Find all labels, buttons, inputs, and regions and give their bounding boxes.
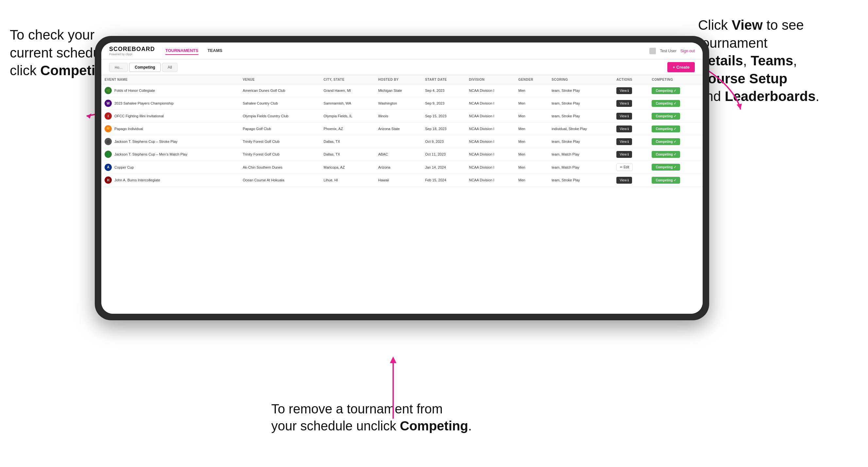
view-button[interactable]: View ℹ [616, 177, 632, 184]
user-icon [649, 48, 656, 54]
view-button[interactable]: View ℹ [616, 125, 632, 132]
cell-start-date: Oct 11, 2023 [422, 148, 466, 161]
event-name-text: Jackson T. Stephens Cup – Stroke Play [114, 139, 178, 144]
cell-city-state: Maricopa, AZ [320, 161, 375, 174]
cell-venue: Ocean Course At Hokuala [240, 174, 320, 187]
cell-division: NCAA Division I [466, 174, 515, 187]
cell-venue: Olympia Fields Country Club [240, 110, 320, 123]
table-row: ⬛Jackson T. Stephens Cup – Stroke PlayTr… [101, 135, 703, 148]
cell-city-state: Grand Haven, MI [320, 84, 375, 97]
brand-sub: Powered by clippi [109, 53, 155, 56]
col-gender: GENDER [515, 75, 548, 84]
col-event-name: EVENT NAME [101, 75, 240, 84]
cell-competing: Competing ✓ [648, 161, 703, 174]
cell-event-name: ACopper Cup [101, 161, 240, 174]
cell-actions: View ℹ [613, 123, 648, 135]
col-hosted-by: HOSTED BY [375, 75, 422, 84]
cell-competing: Competing ✓ [648, 123, 703, 135]
annotation-text-bottom: To remove a tournament fromyour schedule… [271, 402, 472, 433]
tab-group: Ho... Competing All [109, 63, 178, 72]
cell-scoring: team, Stroke Play [548, 97, 613, 110]
cell-scoring: individual, Stroke Play [548, 123, 613, 135]
view-button[interactable]: View ℹ [616, 151, 632, 158]
tab-competing[interactable]: Competing [129, 63, 161, 72]
cell-venue: Trinity Forest Golf Club [240, 135, 320, 148]
app-header: SCOREBOARD Powered by clippi TOURNAMENTS… [101, 42, 703, 60]
cell-start-date: Sep 15, 2023 [422, 110, 466, 123]
cell-competing: Competing ✓ [648, 148, 703, 161]
tab-all[interactable]: All [162, 63, 178, 72]
nav-tournaments[interactable]: TOURNAMENTS [165, 47, 198, 55]
annotation-text-right: Click View to seetournamentDetails, Team… [698, 17, 819, 104]
cell-competing: Competing ✓ [648, 135, 703, 148]
cell-gender: Men [515, 110, 548, 123]
cell-division: NCAA Division I [466, 97, 515, 110]
cell-competing: Competing ✓ [648, 110, 703, 123]
cell-city-state: Dallas, TX [320, 135, 375, 148]
cell-gender: Men [515, 97, 548, 110]
header-right: Test User Sign out [649, 48, 695, 54]
cell-venue: Trinity Forest Golf Club [240, 148, 320, 161]
col-actions: ACTIONS [613, 75, 648, 84]
cell-division: NCAA Division I [466, 123, 515, 135]
table-row: HJohn A. Burns IntercollegiateOcean Cour… [101, 174, 703, 187]
cell-venue: Papago Golf Club [240, 123, 320, 135]
tablet-screen: SCOREBOARD Powered by clippi TOURNAMENTS… [101, 42, 703, 314]
edit-button[interactable]: ✏ Edit [616, 163, 633, 171]
event-name-text: John A. Burns Intercollegiate [114, 178, 160, 182]
brand-title: SCOREBOARD [109, 46, 155, 53]
table-row: 🏆Papago IndividualPapago Golf ClubPhoeni… [101, 123, 703, 135]
tab-home[interactable]: Ho... [109, 63, 128, 72]
event-name-text: Copper Cup [114, 165, 134, 169]
table-row: 🌲Jackson T. Stephens Cup – Men's Match P… [101, 148, 703, 161]
competing-button[interactable]: Competing ✓ [652, 113, 680, 120]
nav-teams[interactable]: TEAMS [208, 47, 222, 55]
cell-hosted-by [375, 135, 422, 148]
cell-hosted-by: Michigan State [375, 84, 422, 97]
cell-competing: Competing ✓ [648, 84, 703, 97]
view-button[interactable]: View ℹ [616, 113, 632, 120]
competing-button[interactable]: Competing ✓ [652, 177, 680, 184]
competing-button[interactable]: Competing ✓ [652, 138, 680, 145]
cell-start-date: Feb 15, 2024 [422, 174, 466, 187]
view-button[interactable]: View ℹ [616, 138, 632, 145]
col-city-state: CITY, STATE [320, 75, 375, 84]
cell-scoring: team, Stroke Play [548, 84, 613, 97]
cell-start-date: Jan 14, 2024 [422, 161, 466, 174]
signout-link[interactable]: Sign out [680, 49, 695, 53]
competing-button[interactable]: Competing ✓ [652, 87, 680, 94]
cell-venue: Ak-Chin Southern Dunes [240, 161, 320, 174]
cell-hosted-by: ABAC [375, 148, 422, 161]
table-header-row: EVENT NAME VENUE CITY, STATE HOSTED BY S… [101, 75, 703, 84]
competing-button[interactable]: Competing ✓ [652, 125, 680, 132]
cell-competing: Competing ✓ [648, 174, 703, 187]
cell-hosted-by: Washington [375, 97, 422, 110]
cell-gender: Men [515, 148, 548, 161]
event-name-text: 2023 Sahalee Players Championship [114, 101, 174, 105]
cell-venue: Sahalee Country Club [240, 97, 320, 110]
cell-actions: ✏ Edit [613, 161, 648, 174]
event-name-text: OFCC Fighting Illini Invitational [114, 114, 164, 118]
user-name: Test User [660, 49, 677, 53]
cell-start-date: Sep 4, 2023 [422, 84, 466, 97]
create-button[interactable]: + Create [667, 62, 695, 72]
cell-start-date: Sep 9, 2023 [422, 97, 466, 110]
competing-button[interactable]: Competing ✓ [652, 151, 680, 158]
competing-button[interactable]: Competing ✓ [652, 164, 680, 170]
col-venue: VENUE [240, 75, 320, 84]
cell-start-date: Sep 18, 2023 [422, 123, 466, 135]
scoreboard-brand: SCOREBOARD Powered by clippi [109, 46, 155, 56]
competing-button[interactable]: Competing ✓ [652, 100, 680, 107]
cell-gender: Men [515, 161, 548, 174]
cell-venue: American Dunes Golf Club [240, 84, 320, 97]
cell-actions: View ℹ [613, 148, 648, 161]
cell-division: NCAA Division I [466, 84, 515, 97]
cell-actions: View ℹ [613, 110, 648, 123]
view-button[interactable]: View ℹ [616, 100, 632, 107]
cell-event-name: HJohn A. Burns Intercollegiate [101, 174, 240, 187]
table-row: IOFCC Fighting Illini InvitationalOlympi… [101, 110, 703, 123]
view-button[interactable]: View ℹ [616, 87, 632, 94]
event-name-text: Folds of Honor Collegiate [114, 89, 155, 92]
col-scoring: SCORING [548, 75, 613, 84]
cell-division: NCAA Division I [466, 148, 515, 161]
